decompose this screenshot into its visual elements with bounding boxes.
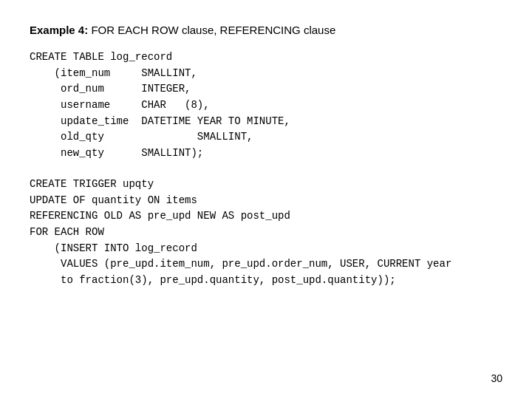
slide-heading: Example 4: FOR EACH ROW clause, REFERENC… [30, 22, 502, 38]
page-number: 30 [491, 372, 502, 384]
code-block-create-table: CREATE TABLE log_record (item_num SMALLI… [30, 50, 502, 162]
code-block-create-trigger: CREATE TRIGGER upqty UPDATE OF quantity … [30, 177, 502, 289]
example-label: Example 4: [30, 24, 88, 36]
heading-rest: FOR EACH ROW clause, REFERENCING clause [88, 24, 335, 36]
page-content: Example 4: FOR EACH ROW clause, REFERENC… [0, 0, 532, 318]
